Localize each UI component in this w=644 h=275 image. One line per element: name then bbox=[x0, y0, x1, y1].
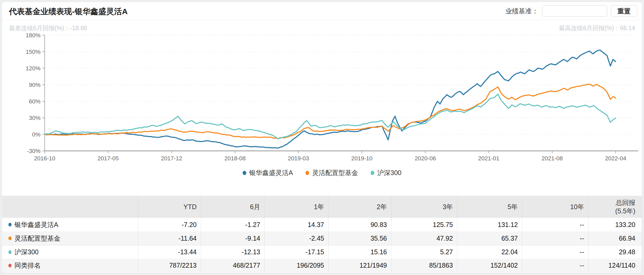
title-divider bbox=[2, 20, 642, 20]
x-axis-label: 2017-12 bbox=[161, 155, 182, 162]
value-cell: 85/1863 bbox=[391, 259, 457, 272]
total-header-line1: 总回报 bbox=[616, 198, 635, 207]
y-axis-label: 30% bbox=[29, 115, 40, 121]
value-cell: -- bbox=[522, 218, 589, 231]
table-col-header: 5年 bbox=[457, 196, 522, 218]
x-axis-label: 2022-04 bbox=[605, 155, 626, 162]
value-cell: 787/2213 bbox=[138, 259, 201, 272]
value-cell: 29.48 bbox=[589, 245, 642, 259]
table-col-header: 3年 bbox=[391, 196, 457, 218]
value-cell: -7.20 bbox=[138, 218, 201, 231]
table-col-header: 10年 bbox=[522, 196, 589, 218]
row-name-label: 同类排名 bbox=[14, 261, 41, 270]
value-cell: 35.56 bbox=[329, 231, 391, 245]
value-cell: -13.44 bbox=[138, 245, 201, 259]
value-cell: 196/2095 bbox=[265, 259, 329, 272]
chart-canvas: 180%150%120%90%60%30%0%-30%2016-102017-0… bbox=[2, 31, 642, 167]
worst-6m-return-label: 最差连续6月回报(%)： bbox=[9, 25, 70, 31]
value-cell: 90.83 bbox=[329, 218, 391, 231]
value-cell: -2.45 bbox=[265, 231, 329, 245]
x-axis-label: 2017-05 bbox=[98, 155, 119, 162]
table-corner-cell bbox=[2, 196, 138, 218]
value-cell: 121/1949 bbox=[329, 259, 391, 272]
performance-line-chart[interactable]: 180%150%120%90%60%30%0%-30%2016-102017-0… bbox=[2, 31, 642, 167]
table-col-header: 6月 bbox=[201, 196, 265, 218]
benchmark-label: 业绩基准： bbox=[505, 7, 538, 15]
table-col-header: 1年 bbox=[265, 196, 329, 218]
returns-table: YTD6月1年2年3年5年10年总回报(5.5年)银华鑫盛灵活A-7.20-1.… bbox=[2, 196, 642, 272]
value-cell: 47.92 bbox=[391, 231, 457, 245]
legend-dot-icon bbox=[371, 171, 374, 175]
value-cell: -11.64 bbox=[138, 231, 201, 245]
legend-item[interactable]: 银华鑫盛灵活A bbox=[243, 168, 293, 177]
value-cell: 468/2177 bbox=[201, 259, 265, 272]
x-axis-label: 2018-08 bbox=[224, 155, 246, 162]
value-cell: 66.94 bbox=[589, 231, 642, 245]
legend-item[interactable]: 沪深300 bbox=[371, 168, 401, 177]
y-axis-label: 0% bbox=[32, 131, 40, 138]
row-name-label: 沪深300 bbox=[14, 248, 39, 256]
x-axis-label: 2021-01 bbox=[478, 155, 499, 162]
value-cell: 14.37 bbox=[265, 218, 329, 231]
value-cell: -- bbox=[522, 259, 589, 272]
value-cell: 22.04 bbox=[457, 245, 522, 259]
y-axis-label: -30% bbox=[27, 148, 40, 154]
row-dot-icon bbox=[8, 250, 12, 254]
row-name-label: 银华鑫盛灵活A bbox=[14, 220, 58, 229]
y-axis-label: 60% bbox=[29, 98, 40, 105]
value-cell: -12.13 bbox=[201, 245, 265, 259]
row-dot-icon bbox=[8, 236, 12, 240]
benchmark-bar: 业绩基准： 重置 bbox=[505, 5, 637, 17]
table-row-沪深300: 沪深300-13.44-12.13-17.1515.165.2722.04--2… bbox=[2, 245, 642, 259]
value-cell: 15.16 bbox=[329, 245, 391, 259]
best-6m-return-value: 66.14 bbox=[620, 25, 635, 31]
y-axis-label: 90% bbox=[29, 82, 40, 88]
x-axis-label: 2021-08 bbox=[541, 155, 563, 162]
reset-button[interactable]: 重置 bbox=[611, 5, 637, 17]
chart-legend: 银华鑫盛灵活A灵活配置型基金沪深300 bbox=[2, 168, 642, 177]
y-axis-label: 120% bbox=[26, 65, 40, 72]
y-axis-label: 180% bbox=[26, 32, 40, 39]
fund-performance-card: 代表基金业绩表现-银华鑫盛灵活A 业绩基准： 重置 最差连续6月回报(%)：-1… bbox=[2, 2, 642, 273]
row-name-cell: 沪深300 bbox=[2, 245, 138, 259]
value-cell: 133.20 bbox=[589, 218, 642, 231]
legend-label: 沪深300 bbox=[377, 168, 401, 177]
x-axis-label: 2020-06 bbox=[415, 155, 436, 162]
table-row-同类排名: 同类排名787/2213468/2177196/2095121/194985/1… bbox=[2, 259, 642, 272]
table-col-header-total: 总回报(5.5年) bbox=[589, 196, 642, 218]
table-header-row: YTD6月1年2年3年5年10年总回报(5.5年) bbox=[2, 196, 642, 218]
value-cell: 125.75 bbox=[391, 218, 457, 231]
value-cell: 5.27 bbox=[391, 245, 457, 259]
row-dot-icon bbox=[8, 223, 12, 226]
value-cell: 65.37 bbox=[457, 231, 522, 245]
page-title: 代表基金业绩表现-银华鑫盛灵活A bbox=[9, 6, 128, 17]
series-line-灵活配置型基金[interactable] bbox=[45, 84, 616, 139]
worst-6m-return-value: -18.86 bbox=[70, 25, 87, 31]
value-cell: -- bbox=[522, 245, 589, 259]
table-row-银华鑫盛灵活A: 银华鑫盛灵活A-7.20-1.2714.3790.83125.75131.12-… bbox=[2, 218, 642, 231]
legend-item[interactable]: 灵活配置型基金 bbox=[305, 168, 358, 177]
legend-dot-icon bbox=[305, 171, 309, 175]
value-cell: -1.27 bbox=[201, 218, 265, 231]
value-cell: -- bbox=[522, 231, 589, 245]
series-line-沪深300[interactable] bbox=[45, 94, 616, 139]
row-name-label: 灵活配置型基金 bbox=[14, 234, 60, 243]
x-axis-label: 2019-03 bbox=[288, 155, 309, 162]
value-cell: 152/1402 bbox=[457, 259, 522, 272]
x-axis-label: 2019-10 bbox=[351, 155, 372, 162]
legend-dot-icon bbox=[243, 171, 246, 175]
series-line-银华鑫盛灵活A[interactable] bbox=[45, 50, 616, 148]
legend-label: 银华鑫盛灵活A bbox=[249, 168, 293, 177]
total-header-line2: (5.5年) bbox=[615, 207, 635, 215]
table-col-header: 2年 bbox=[329, 196, 391, 218]
benchmark-input[interactable] bbox=[542, 6, 607, 17]
row-dot-icon bbox=[8, 264, 12, 267]
legend-label: 灵活配置型基金 bbox=[312, 168, 358, 177]
y-axis-label: 150% bbox=[26, 49, 40, 55]
value-cell: -9.14 bbox=[201, 231, 265, 245]
row-name-cell: 同类排名 bbox=[2, 259, 138, 272]
table-row-灵活配置型基金: 灵活配置型基金-11.64-9.14-2.4535.5647.9265.37--… bbox=[2, 231, 642, 245]
best-6m-return-label: 最高连续6月回报(%)： bbox=[559, 25, 620, 31]
value-cell: 124/1140 bbox=[589, 259, 642, 272]
value-cell: -17.15 bbox=[265, 245, 329, 259]
